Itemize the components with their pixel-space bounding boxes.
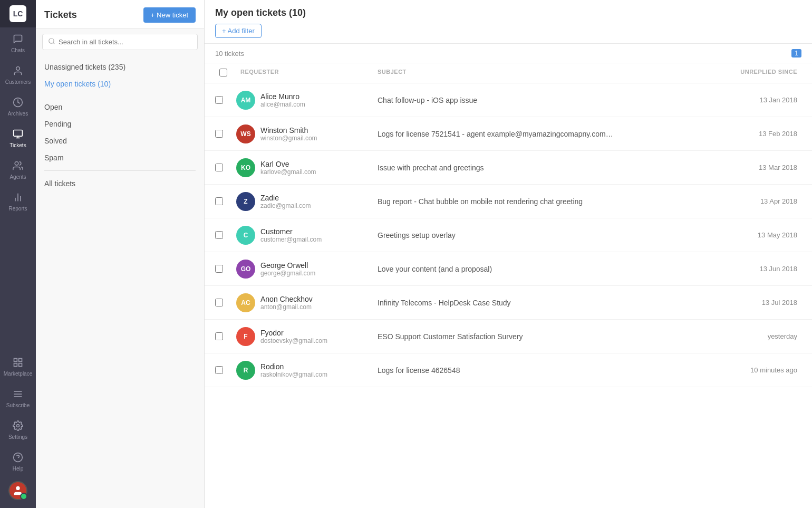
avatar: AC — [236, 293, 255, 312]
nav-item-all-tickets[interactable]: All tickets — [36, 175, 204, 192]
search-input[interactable] — [59, 38, 192, 46]
requester-info: Zadie zadie@gmail.com — [260, 194, 311, 209]
sidebar-item-label-reports: Reports — [8, 206, 27, 212]
table-row[interactable]: C Customer customer@gmail.com Greetings … — [205, 218, 812, 252]
app-logo: LC — [9, 5, 26, 22]
sidebar-item-archives[interactable]: Archives — [0, 91, 36, 122]
svg-point-5 — [15, 161, 18, 165]
requester-cell: GO George Orwell george@gmail.com — [236, 255, 373, 283]
sidebar-item-settings[interactable]: Settings — [0, 414, 36, 446]
requester-email: george@gmail.com — [260, 270, 315, 277]
requester-name: Rodion — [260, 362, 327, 371]
svg-point-0 — [16, 66, 20, 70]
table-row[interactable]: AM Alice Munro alice@mail.com Chat follo… — [205, 83, 812, 117]
sidebar-item-label-marketplace: Marketplace — [4, 371, 32, 377]
requester-cell: AM Alice Munro alice@mail.com — [236, 87, 373, 114]
requester-info: Karl Ove karlove@gmail.com — [260, 160, 316, 176]
row-checkbox[interactable] — [215, 332, 223, 340]
row-checkbox[interactable] — [215, 96, 223, 104]
table-row[interactable]: F Fyodor dostoevsky@gmail.com ESO Suppor… — [205, 320, 812, 353]
sidebar-item-agents[interactable]: Agents — [0, 154, 36, 186]
avatar: KO — [236, 158, 255, 177]
requester-cell: KO Karl Ove karlove@gmail.com — [236, 154, 373, 181]
left-panel-title: Tickets — [44, 9, 77, 21]
requester-name: Karl Ove — [260, 160, 316, 168]
nav-item-solved[interactable]: Solved — [36, 132, 204, 149]
nav-item-my-open[interactable]: My open tickets (10) — [36, 75, 204, 92]
nav-item-unassigned[interactable]: Unassigned tickets (235) — [36, 59, 204, 75]
user-avatar-nav[interactable] — [0, 477, 36, 504]
sidebar-item-reports[interactable]: Reports — [0, 186, 36, 217]
row-checkbox[interactable] — [215, 299, 223, 306]
row-checkbox-wrap — [215, 332, 236, 340]
sidebar-item-subscribe[interactable]: Subscribe — [0, 382, 36, 414]
avatar: AM — [236, 91, 255, 110]
row-checkbox-wrap — [215, 164, 236, 171]
requester-info: Customer customer@gmail.com — [260, 227, 322, 243]
requester-header: REQUESTER — [236, 63, 373, 83]
row-checkbox[interactable] — [215, 231, 223, 239]
row-checkbox-wrap — [215, 130, 236, 138]
sidebar-item-customers[interactable]: Customers — [0, 59, 36, 91]
requester-email: karlove@gmail.com — [260, 168, 316, 176]
left-panel: Tickets + New ticket Unassigned tickets … — [36, 0, 205, 508]
row-checkbox-wrap — [215, 299, 236, 306]
table-header: REQUESTER SUBJECT UNREPLIED SINCE — [205, 63, 812, 83]
nav-item-spam[interactable]: Spam — [36, 149, 204, 166]
table-row[interactable]: GO George Orwell george@gmail.com Love y… — [205, 252, 812, 286]
row-checkbox[interactable] — [215, 164, 223, 171]
left-panel-header: Tickets + New ticket — [36, 0, 204, 28]
table-row[interactable]: AC Anon Checkhov anton@gmail.com Infinit… — [205, 286, 812, 320]
sidebar-item-tickets[interactable]: Tickets — [0, 122, 36, 154]
checkbox-header — [215, 63, 236, 83]
sidebar-item-marketplace[interactable]: Marketplace — [0, 351, 36, 382]
subject-cell: Bug report - Chat bubble on mobile not r… — [373, 193, 707, 210]
row-checkbox[interactable] — [215, 130, 223, 138]
add-filter-button[interactable]: + Add filter — [215, 24, 262, 38]
requester-info: Rodion raskolnikov@gmail.com — [260, 362, 327, 378]
requester-email: raskolnikov@gmail.com — [260, 371, 327, 378]
svg-rect-12 — [19, 363, 22, 366]
main-header-title: My open tickets (10) — [215, 7, 801, 18]
row-checkbox-wrap — [215, 96, 236, 104]
avatar: WS — [236, 124, 255, 143]
row-checkbox[interactable] — [215, 366, 223, 374]
sidebar-item-label-help: Help — [13, 466, 24, 472]
sidebar-nav: Chats Customers Archives — [0, 27, 36, 351]
requester-name: Zadie — [260, 194, 311, 202]
requester-cell: WS Winston Smith winston@gmail.com — [236, 120, 373, 148]
new-ticket-button[interactable]: + New ticket — [143, 7, 196, 23]
filter-bar: + Add filter — [215, 24, 801, 43]
chats-icon — [13, 34, 23, 46]
sidebar-item-label-settings: Settings — [8, 435, 27, 440]
select-all-checkbox[interactable] — [219, 69, 227, 76]
customers-icon — [13, 65, 23, 78]
nav-item-open[interactable]: Open — [36, 99, 204, 116]
date-cell: 13 May 2018 — [707, 227, 801, 243]
page-badge: 1 — [791, 49, 801, 57]
table-row[interactable]: R Rodion raskolnikov@gmail.com Logs for … — [205, 353, 812, 387]
requester-email: dostoevsky@gmail.com — [260, 337, 327, 344]
requester-cell: AC Anon Checkhov anton@gmail.com — [236, 289, 373, 317]
table-row[interactable]: KO Karl Ove karlove@gmail.com Issue with… — [205, 151, 812, 185]
search-box — [36, 28, 204, 55]
row-checkbox-wrap — [215, 197, 236, 205]
row-checkbox[interactable] — [215, 197, 223, 205]
requester-info: George Orwell george@gmail.com — [260, 261, 315, 277]
marketplace-icon — [13, 357, 23, 369]
requester-email: alice@mail.com — [260, 101, 305, 108]
sidebar-item-help[interactable]: Help — [0, 446, 36, 477]
subject-cell: Logs for license 4626548 — [373, 362, 707, 379]
avatar: Z — [236, 192, 255, 211]
subject-header: SUBJECT — [373, 63, 707, 83]
nav-divider — [44, 170, 196, 171]
row-checkbox-wrap — [215, 265, 236, 273]
requester-info: Alice Munro alice@mail.com — [260, 92, 305, 108]
table-row[interactable]: WS Winston Smith winston@gmail.com Logs … — [205, 117, 812, 151]
requester-email: anton@gmail.com — [260, 303, 313, 311]
sidebar-item-chats[interactable]: Chats — [0, 27, 36, 59]
row-checkbox[interactable] — [215, 265, 223, 273]
table-row[interactable]: Z Zadie zadie@gmail.com Bug report - Cha… — [205, 185, 812, 218]
nav-item-pending[interactable]: Pending — [36, 116, 204, 132]
sidebar-bottom: Marketplace Subscribe Settings — [0, 351, 36, 508]
